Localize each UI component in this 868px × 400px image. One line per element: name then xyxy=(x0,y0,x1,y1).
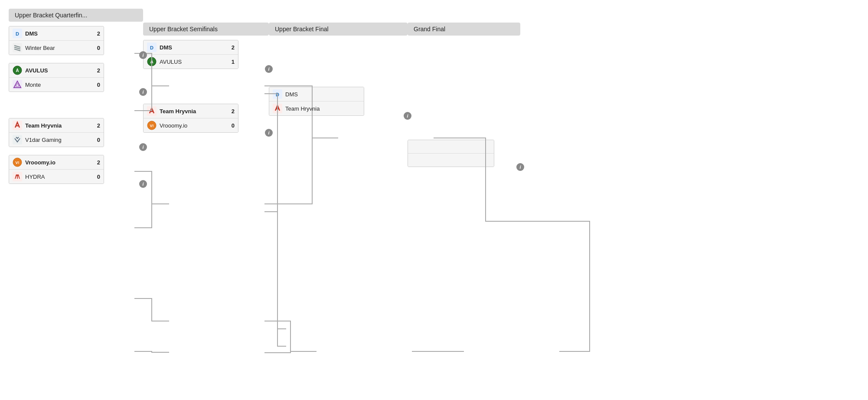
match-row-team2: Monte 0 xyxy=(9,78,104,92)
monte-logo xyxy=(13,80,22,89)
match-card: D DMS 2 Winter Bear 0 xyxy=(9,26,104,55)
team-name: Vrooomy.io xyxy=(25,159,91,166)
match-card: Team Hryvnia 2 V1dar Gaming 0 xyxy=(9,118,104,147)
hryvnia-logo xyxy=(13,121,22,130)
info-button[interactable]: i xyxy=(265,65,273,73)
match-row-team1: Team Hryvnia 2 xyxy=(144,104,238,118)
team-name: DMS xyxy=(25,30,91,37)
team-score: 0 xyxy=(94,45,100,51)
match-row-team2: HYDRA 0 xyxy=(9,170,104,184)
team-score: 2 xyxy=(94,67,100,74)
team-score: 2 xyxy=(94,122,100,129)
match-row-team1: A AVULUS 2 xyxy=(9,63,104,78)
match-card: D DMS Team Hryvnia xyxy=(269,87,364,116)
team-name: DMS xyxy=(285,91,352,98)
match-row-team2: Team Hryvnia xyxy=(269,102,364,115)
team-name xyxy=(411,142,490,151)
v1dar-logo xyxy=(13,135,22,144)
winter-bear-logo xyxy=(13,43,22,52)
ubsf-label: Upper Bracket Semifinals xyxy=(143,23,269,36)
gf-match-1: i xyxy=(408,140,520,167)
svg-text:D: D xyxy=(276,92,279,97)
svg-text:D: D xyxy=(16,31,19,36)
svg-text:D: D xyxy=(150,45,153,50)
info-button[interactable]: i xyxy=(139,51,147,59)
team-name: Winter Bear xyxy=(25,45,91,51)
info-button[interactable]: i xyxy=(139,180,147,188)
dms-logo: D xyxy=(147,43,157,52)
vrooomy-logo: V! xyxy=(147,121,157,130)
bracket-container: Upper Bracket Quarterfin... D DMS 2 xyxy=(9,9,859,400)
team-name: DMS xyxy=(160,44,226,51)
team-name xyxy=(411,156,490,164)
match-card: Team Hryvnia 2 V! Vrooomy.io 0 xyxy=(143,104,238,133)
match-row-team2: V1dar Gaming 0 xyxy=(9,133,104,147)
team-score: 0 xyxy=(94,174,100,180)
match-row-team2: V! Vrooomy.io 0 xyxy=(144,118,238,132)
vrooomy-logo: V! xyxy=(13,157,22,167)
ubqf-label: Upper Bracket Quarterfin... xyxy=(9,9,143,22)
team-name: AVULUS xyxy=(160,59,226,65)
match-row-team2: A AVULUS 1 xyxy=(144,55,238,69)
team-name: AVULUS xyxy=(25,67,91,74)
ubqf-match-4: V! Vrooomy.io 2 HYDRA 0 i xyxy=(9,155,143,184)
match-row-team1: V! Vrooomy.io 2 xyxy=(9,155,104,170)
team-score: 2 xyxy=(228,108,235,115)
match-row-team1: D DMS 2 xyxy=(144,40,238,55)
avulus-logo: A xyxy=(13,66,22,75)
team-name: Team Hryvnia xyxy=(160,108,226,115)
match-row-team1: D DMS xyxy=(269,87,364,102)
gf-label: Grand Final xyxy=(408,23,520,36)
info-button[interactable]: i xyxy=(404,112,411,120)
avulus-logo: A xyxy=(147,57,157,66)
team-score: 2 xyxy=(94,159,100,166)
ubf-label: Upper Bracket Final xyxy=(269,23,408,36)
team-score: 0 xyxy=(94,82,100,88)
svg-text:A: A xyxy=(16,68,19,73)
team-score: 2 xyxy=(94,30,100,37)
svg-text:V!: V! xyxy=(16,161,20,165)
svg-text:V!: V! xyxy=(150,124,154,128)
hryvnia-logo xyxy=(273,104,282,113)
team-name: Team Hryvnia xyxy=(285,105,352,112)
info-button[interactable]: i xyxy=(139,88,147,96)
team-name: Team Hryvnia xyxy=(25,122,91,129)
team-score: 2 xyxy=(228,44,235,51)
match-row-team1 xyxy=(408,140,494,154)
ubqf-match-3: Team Hryvnia 2 V1dar Gaming 0 i xyxy=(9,118,143,147)
match-row-team1: D DMS 2 xyxy=(9,26,104,41)
svg-text:A: A xyxy=(150,59,153,64)
hryvnia-logo xyxy=(147,106,157,116)
svg-rect-12 xyxy=(13,135,22,144)
match-card xyxy=(408,140,494,167)
ubqf-column: Upper Bracket Quarterfin... D DMS 2 xyxy=(9,9,143,400)
ubqf-match-2: A AVULUS 2 Monte 0 i xyxy=(9,63,143,92)
info-button[interactable]: i xyxy=(139,143,147,151)
match-row-team2 xyxy=(408,154,494,167)
match-card: D DMS 2 A AVULUS 1 xyxy=(143,40,238,69)
ubsf-match-1: D DMS 2 A AVULUS 1 i xyxy=(143,40,269,69)
team-name: Vrooomy.io xyxy=(160,122,226,129)
dms-logo: D xyxy=(13,29,22,38)
ubsf-match-2: Team Hryvnia 2 V! Vrooomy.io 0 i xyxy=(143,104,269,133)
team-name: V1dar Gaming xyxy=(25,137,91,143)
team-score: 1 xyxy=(228,59,235,65)
hydra-logo xyxy=(13,172,22,181)
team-name: HYDRA xyxy=(25,174,91,180)
team-score: 0 xyxy=(94,137,100,143)
info-button[interactable]: i xyxy=(516,163,524,171)
match-row-team2: Winter Bear 0 xyxy=(9,41,104,55)
ubf-match-1: D DMS Team Hryvnia i xyxy=(269,87,408,116)
dms-logo: D xyxy=(273,89,282,99)
ubsf-column: Upper Bracket Semifinals D DMS 2 A xyxy=(143,23,269,400)
ubf-column: Upper Bracket Final D DMS xyxy=(269,23,408,400)
match-card: A AVULUS 2 Monte 0 xyxy=(9,63,104,92)
team-score: 0 xyxy=(228,122,235,129)
ubqf-match-1: D DMS 2 Winter Bear 0 i xyxy=(9,26,143,55)
match-row-team1: Team Hryvnia 2 xyxy=(9,118,104,133)
match-card: V! Vrooomy.io 2 HYDRA 0 xyxy=(9,155,104,184)
info-button[interactable]: i xyxy=(265,129,273,137)
gf-column: Grand Final i xyxy=(408,23,520,400)
team-name: Monte xyxy=(25,82,91,88)
